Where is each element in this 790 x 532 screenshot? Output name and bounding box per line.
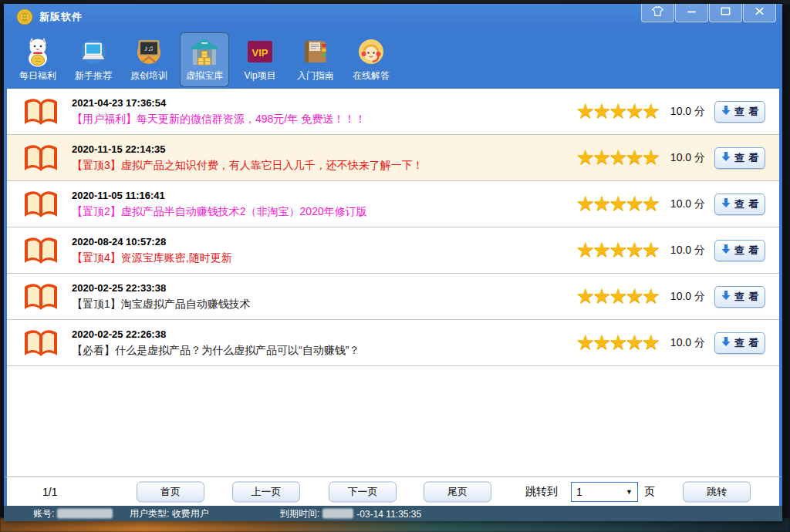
lucky-cat-icon [22, 36, 53, 67]
star-icon: ★ [609, 286, 625, 307]
warehouse-icon [189, 36, 220, 67]
star-icon: ★ [592, 101, 609, 122]
article-title: 【置顶3】虚拟产品之知识付费，有人靠它日入几千，还不快来了解一下！ [72, 159, 576, 173]
rating-stars: ★★★★★ [576, 286, 658, 307]
view-button[interactable]: 查看 [714, 286, 765, 308]
download-arrow-icon [721, 244, 731, 258]
skin-button[interactable] [641, 4, 674, 22]
rating-stars: ★★★★★ [576, 147, 658, 168]
window-title: 新版软件 [39, 10, 83, 24]
star-icon: ★ [609, 194, 625, 214]
article-title: 【置顶4】资源宝库账密,随时更新 [72, 251, 576, 265]
star-icon: ★ [576, 101, 592, 122]
jump-to-label: 跳转到 [525, 485, 558, 499]
article-row[interactable]: 2021-04-23 17:36:54 【用户福利】每天更新的微信群资源，498… [7, 89, 779, 135]
article-date: 2020-02-25 22:26:38 [72, 328, 576, 340]
view-button[interactable]: 查看 [714, 332, 765, 354]
view-button-label: 查看 [734, 290, 762, 304]
star-icon: ★ [609, 332, 625, 353]
prev-page-button[interactable]: 上一页 [232, 481, 300, 502]
star-icon: ★ [609, 240, 625, 261]
open-book-icon [22, 327, 59, 359]
star-icon: ★ [592, 286, 609, 307]
view-button-label: 查看 [734, 105, 762, 119]
statusbar: 账号: 用户类型: 收费用户 到期时间: -03-14 11:35:35 [4, 506, 782, 521]
star-icon: ★ [625, 240, 641, 261]
shirt-icon [650, 5, 665, 20]
maximize-button[interactable] [709, 4, 742, 22]
rating-score: 10.0 分 [670, 151, 705, 165]
article-row[interactable]: 2020-11-05 11:16:41 【置顶2】虚拟产品半自动赚钱技术2（非淘… [7, 181, 779, 227]
download-arrow-icon [721, 151, 731, 165]
window-controls [640, 4, 776, 22]
toolbar: 每日福利 新手推荐 ♪♫ [4, 29, 782, 89]
user-type-label: 用户类型: [130, 507, 169, 520]
tab-daily-welfare[interactable]: 每日福利 [13, 32, 62, 87]
view-button-label: 查看 [734, 197, 762, 211]
page-jump-select[interactable]: 1 ▼ [571, 482, 638, 502]
page-indicator: 1/1 [42, 486, 57, 498]
tab-newbie-recommend[interactable]: 新手推荐 [69, 32, 118, 87]
next-page-button[interactable]: 下一页 [329, 481, 397, 502]
star-icon: ★ [609, 147, 625, 168]
star-icon: ★ [592, 332, 609, 353]
star-icon: ★ [576, 147, 592, 168]
tab-beginner-guide[interactable]: 入门指南 [291, 32, 340, 87]
svg-text:♪♫: ♪♫ [144, 44, 154, 52]
app-window: 新版软件 [4, 4, 782, 521]
close-button[interactable] [743, 4, 776, 22]
minimize-button[interactable] [675, 4, 708, 22]
star-icon: ★ [576, 194, 592, 214]
guide-book-icon [300, 36, 331, 67]
tab-label: 入门指南 [297, 69, 334, 82]
rating-score: 10.0 分 [670, 336, 705, 350]
tab-virtual-treasury[interactable]: 虚拟宝库 [180, 32, 229, 87]
star-icon: ★ [592, 240, 609, 261]
titlebar: 新版软件 [4, 4, 782, 29]
user-type-value: 收费用户 [172, 507, 209, 520]
article-row[interactable]: 2020-11-15 22:14:35 【置顶3】虚拟产品之知识付费，有人靠它日… [7, 135, 779, 181]
rating-stars: ★★★★★ [576, 194, 658, 214]
rating-stars: ★★★★★ [576, 240, 658, 261]
download-arrow-icon [721, 105, 731, 119]
rating-score: 10.0 分 [670, 290, 705, 304]
article-row[interactable]: 2020-02-25 22:33:38 【置顶1】淘宝虚拟产品自动赚钱技术 ★★… [7, 274, 779, 320]
article-title: 【置顶1】淘宝虚拟产品自动赚钱技术 [72, 298, 576, 311]
laptop-icon [78, 36, 109, 67]
view-button[interactable]: 查看 [714, 101, 765, 123]
star-icon: ★ [609, 101, 625, 122]
article-date: 2020-11-05 11:16:41 [72, 190, 576, 201]
tab-online-support[interactable]: 在线解答 [346, 32, 396, 87]
minimize-icon [686, 5, 697, 20]
view-button[interactable]: 查看 [714, 147, 765, 169]
article-row[interactable]: 2020-02-25 22:26:38 【必看】什么是虚拟产品？为什么虚拟产品可… [7, 320, 779, 366]
article-row[interactable]: 2020-08-24 10:57:28 【置顶4】资源宝库账密,随时更新 ★★★… [7, 227, 779, 274]
article-text: 2021-04-23 17:36:54 【用户福利】每天更新的微信群资源，498… [72, 97, 576, 126]
view-button[interactable]: 查看 [714, 194, 765, 215]
blackboard-icon: ♪♫ [133, 36, 164, 67]
open-book-icon [22, 234, 59, 267]
article-date: 2020-02-25 22:33:38 [72, 282, 576, 294]
view-button[interactable]: 查看 [714, 240, 765, 261]
tab-original-training[interactable]: ♪♫ 原创培训 [124, 32, 174, 87]
page-jump-value: 1 [572, 486, 626, 498]
open-book-icon [22, 142, 59, 174]
tab-vip-project[interactable]: VIP Vip项目 [235, 32, 285, 87]
view-button-label: 查看 [734, 336, 762, 350]
jump-button[interactable]: 跳转 [683, 481, 751, 502]
tab-label: 虚拟宝库 [186, 69, 223, 82]
article-title: 【置顶2】虚拟产品半自动赚钱技术2（非淘宝）2020年修订版 [72, 205, 576, 219]
rating-score: 10.0 分 [670, 105, 705, 119]
first-page-button[interactable]: 首页 [137, 481, 204, 502]
pagination-bar: 1/1 首页 上一页 下一页 尾页 跳转到 1 ▼ 页 跳转 [4, 476, 782, 506]
rating-stars: ★★★★★ [576, 332, 658, 353]
star-icon: ★ [625, 101, 641, 122]
star-icon: ★ [642, 101, 658, 122]
last-page-button[interactable]: 尾页 [424, 481, 491, 502]
maximize-icon [720, 5, 731, 20]
account-label: 账号: [33, 507, 54, 520]
article-date: 2020-11-15 22:14:35 [72, 143, 576, 155]
page-unit-label: 页 [644, 485, 655, 499]
tab-label: 每日福利 [19, 69, 56, 82]
article-date: 2020-08-24 10:57:28 [72, 236, 576, 247]
